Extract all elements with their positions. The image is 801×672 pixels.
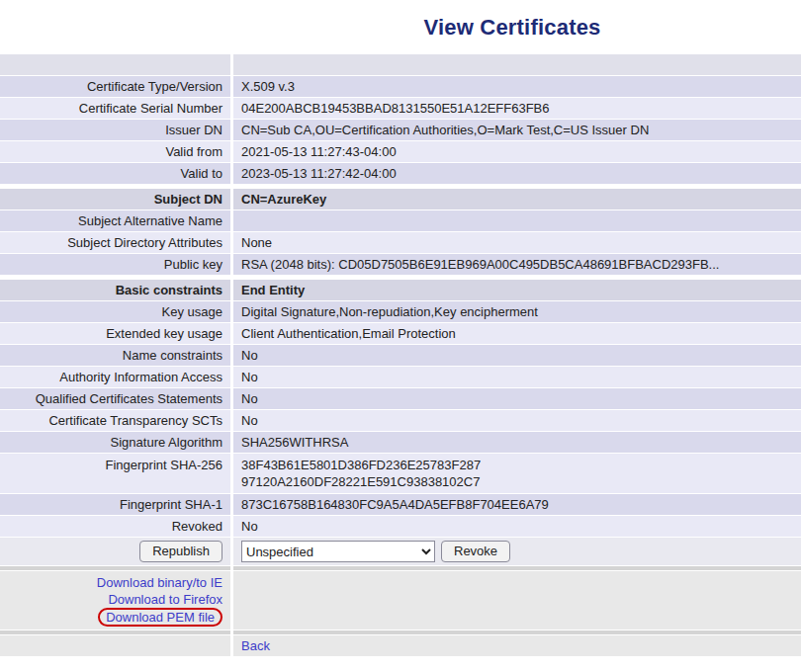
back-cell: Back: [233, 635, 801, 656]
value-valid-from: 2021-05-13 11:27:43-04:00: [233, 141, 801, 162]
label-subject-dn: Subject DN: [0, 189, 230, 210]
separator-bar: [233, 566, 801, 570]
revocation-reason-select[interactable]: Unspecified: [241, 541, 435, 562]
label-valid-from: Valid from: [0, 141, 230, 162]
revoke-cell: Unspecified Revoke: [233, 538, 801, 565]
back-row-empty-cell: [0, 635, 230, 656]
value-qualified-certificates-statements: No: [233, 388, 801, 409]
separator-bar: [0, 566, 230, 570]
value-key-usage: Digital Signature,Non-repudiation,Key en…: [233, 301, 801, 322]
back-link[interactable]: Back: [241, 638, 270, 653]
label-certificate-transparency-scts: Certificate Transparency SCTs: [0, 410, 230, 431]
value-revoked: No: [233, 516, 801, 537]
value-certificate-serial-number: 04E200ABCB19453BBAD8131550E51A12EFF63FB6: [233, 98, 801, 119]
separator-bar: [233, 630, 801, 634]
label-authority-information-access: Authority Information Access: [0, 367, 230, 387]
value-extended-key-usage: Client Authentication,Email Protection: [233, 323, 801, 344]
label-public-key: Public key: [0, 254, 230, 275]
label-extended-key-usage: Extended key usage: [0, 323, 230, 344]
value-certificate-type-version: X.509 v.3: [233, 76, 801, 97]
label-fingerprint-sha1: Fingerprint SHA-1: [0, 494, 230, 515]
label-name-constraints: Name constraints: [0, 345, 230, 366]
revoke-button[interactable]: Revoke: [441, 541, 510, 562]
download-firefox-link[interactable]: Download to Firefox: [108, 592, 222, 607]
download-row-empty-cell: [233, 571, 801, 630]
certificate-table: Certificate Type/Version X.509 v.3 Certi…: [0, 54, 801, 656]
download-links-cell: Download binary/to IE Download to Firefo…: [0, 571, 230, 630]
head-row-value-cell: [233, 54, 801, 75]
label-signature-algorithm: Signature Algorithm: [0, 432, 230, 453]
label-certificate-type-version: Certificate Type/Version: [0, 76, 230, 97]
label-revoked: Revoked: [0, 516, 230, 537]
download-pem-link[interactable]: Download PEM file: [106, 610, 215, 625]
label-subject-directory-attributes: Subject Directory Attributes: [0, 232, 230, 253]
value-subject-directory-attributes: None: [233, 232, 801, 253]
title-bar: View Certificates: [0, 0, 801, 54]
label-valid-to: Valid to: [0, 163, 230, 184]
value-basic-constraints: End Entity: [233, 280, 801, 300]
pem-highlight-oval: Download PEM file: [98, 608, 222, 627]
page-title: View Certificates: [423, 15, 600, 41]
value-fingerprint-sha1: 873C16758B164830FC9A5A4DA5EFB8F704EE6A79: [233, 494, 801, 515]
value-public-key: RSA (2048 bits): CD05D7505B6E91EB969A00C…: [233, 254, 801, 275]
value-name-constraints: No: [233, 345, 801, 366]
value-issuer-dn: CN=Sub CA,OU=Certification Authorities,O…: [233, 120, 801, 140]
value-signature-algorithm: SHA256WITHRSA: [233, 432, 801, 453]
value-subject-alternative-name: [233, 210, 801, 231]
head-row-label-cell: [0, 54, 230, 75]
section-gap: [0, 276, 801, 279]
value-fingerprint-sha256: 38F43B61E5801D386FD236E25783F287 97120A2…: [233, 454, 801, 493]
label-basic-constraints: Basic constraints: [0, 280, 230, 300]
label-issuer-dn: Issuer DN: [0, 120, 230, 140]
republish-cell: Republish: [0, 538, 230, 565]
label-qualified-certificates-statements: Qualified Certificates Statements: [0, 388, 230, 409]
republish-button[interactable]: Republish: [139, 541, 222, 562]
value-subject-dn: CN=AzureKey: [233, 189, 801, 210]
label-certificate-serial-number: Certificate Serial Number: [0, 98, 230, 119]
label-subject-alternative-name: Subject Alternative Name: [0, 210, 230, 231]
separator-bar: [0, 630, 230, 634]
download-binary-ie-link[interactable]: Download binary/to IE: [97, 575, 222, 590]
label-key-usage: Key usage: [0, 301, 230, 322]
value-valid-to: 2023-05-13 11:27:42-04:00: [233, 163, 801, 184]
section-gap: [0, 185, 801, 188]
value-certificate-transparency-scts: No: [233, 410, 801, 431]
value-authority-information-access: No: [233, 367, 801, 387]
label-fingerprint-sha256: Fingerprint SHA-256: [0, 454, 230, 493]
